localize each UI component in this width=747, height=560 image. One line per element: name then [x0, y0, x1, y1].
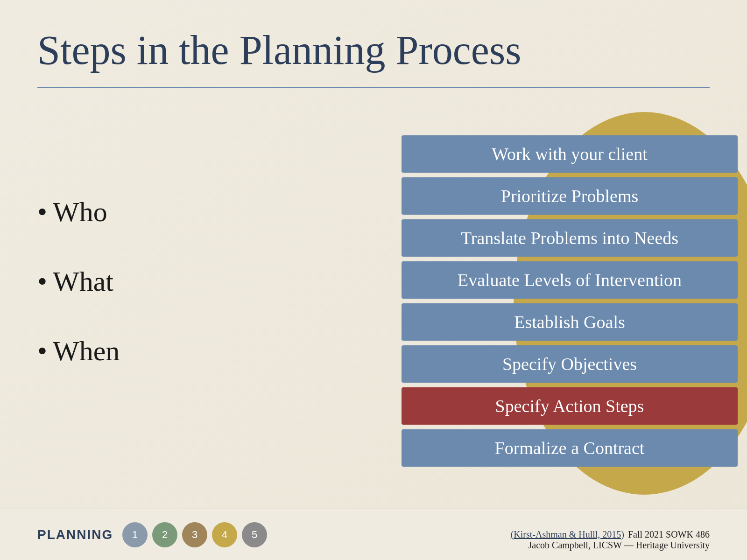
step-4: Evaluate Levels of Intervention — [402, 261, 738, 299]
steps-area: Work with your client Prioritize Problem… — [402, 135, 738, 467]
slide-container: Steps in the Planning Process Who What W… — [0, 0, 747, 560]
instructor-info: Jacob Campbell, LICSW — Heritage Univers… — [511, 540, 710, 551]
step-2: Prioritize Problems — [402, 177, 738, 215]
page-circles: 1 2 3 4 5 — [122, 522, 267, 547]
step-8: Formalize a Contract — [402, 429, 738, 467]
step-6: Specify Objectives — [402, 345, 738, 383]
circle-4[interactable]: 4 — [212, 522, 237, 547]
step-1: Work with your client — [402, 135, 738, 173]
circle-5[interactable]: 5 — [242, 522, 267, 547]
circle-3[interactable]: 3 — [182, 522, 207, 547]
slide-title: Steps in the Planning Process — [37, 28, 710, 73]
divider-line — [37, 87, 710, 88]
left-content: Who What When — [37, 196, 120, 367]
step-5: Establish Goals — [402, 303, 738, 341]
circle-2[interactable]: 2 — [152, 522, 177, 547]
bottom-bar: PLANNING 1 2 3 4 5 (Kirst-Ashman & Hulll… — [0, 509, 747, 560]
circle-1[interactable]: 1 — [122, 522, 148, 547]
bullet-when: When — [37, 335, 120, 367]
citation-link[interactable]: (Kirst-Ashman & Hulll, 2015) — [511, 529, 624, 540]
bullet-what: What — [37, 266, 120, 298]
course-info: Fall 2021 SOWK 486 — [628, 529, 710, 540]
citation-row: (Kirst-Ashman & Hulll, 2015) Fall 2021 S… — [511, 529, 710, 540]
step-3: Translate Problems into Needs — [402, 219, 738, 257]
planning-label: PLANNING — [37, 527, 113, 542]
step-7: Specify Action Steps — [402, 387, 738, 425]
title-area: Steps in the Planning Process — [0, 0, 747, 73]
bullet-who: Who — [37, 196, 120, 228]
bottom-right: (Kirst-Ashman & Hulll, 2015) Fall 2021 S… — [511, 529, 710, 551]
